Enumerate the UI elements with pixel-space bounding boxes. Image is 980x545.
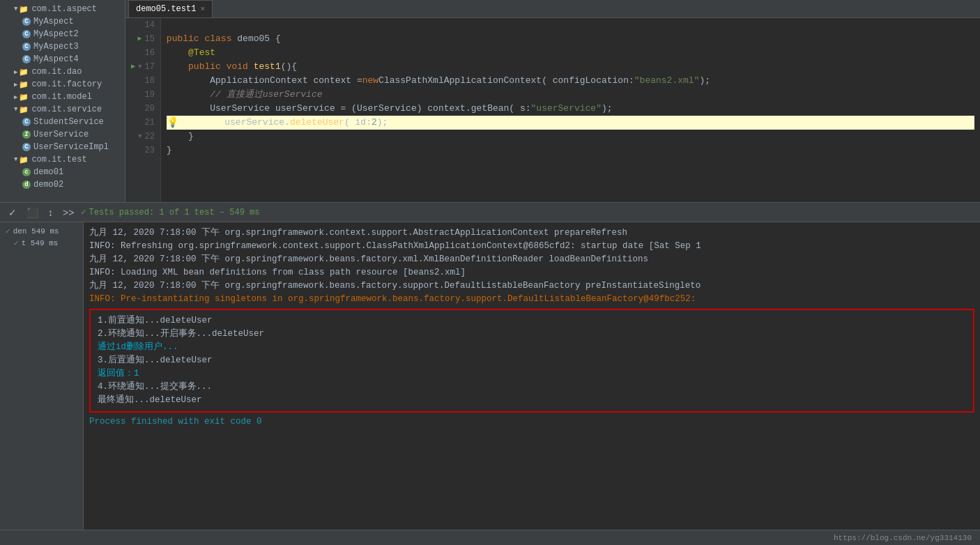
tab-bar: demo05.test1 ×: [125, 0, 980, 18]
code-line-16: @Test: [167, 46, 974, 60]
sidebar-label: demo01: [33, 167, 63, 177]
sidebar-label: MyAspect: [33, 17, 74, 26]
test-label: den 549 ms: [13, 227, 59, 236]
sidebar-label: com.it.aspect: [31, 4, 97, 14]
more-button[interactable]: >>: [60, 206, 77, 220]
process-finished-line: Process finished with exit code 0: [89, 415, 974, 429]
sidebar-item-studentservice[interactable]: C StudentService: [0, 116, 125, 128]
sidebar-label: com.it.dao: [31, 67, 82, 77]
pass-icon: ✓: [14, 238, 19, 247]
line-17: ▶▼17: [131, 60, 155, 74]
sidebar-label: com.it.test: [31, 155, 86, 164]
sidebar-item-service[interactable]: ▼ 📁 com.it.service: [0, 103, 125, 116]
highlight-text: 1.前置通知...deleteUser: [98, 316, 213, 325]
console-line-4: INFO: Loading XML bean definitions from …: [89, 266, 974, 279]
test-item-den[interactable]: ✓ den 549 ms: [3, 225, 80, 237]
tab-close-button[interactable]: ×: [200, 5, 205, 13]
code-line-20: UserService userService = (UserService) …: [167, 102, 974, 116]
line-numbers: 14 ▶15 16 ▶▼17 18 19 20 21 ▼22 23: [125, 18, 161, 202]
sidebar-item-myaspect3[interactable]: C MyAspect3: [0, 40, 125, 53]
folder-icon: 📁: [19, 68, 29, 77]
pass-icon: ✓: [6, 227, 10, 236]
method-name: test1: [254, 60, 281, 74]
bottom-content: ✓ den 549 ms ✓ t 549 ms 九月 12, 2020 7:18…: [0, 222, 980, 530]
highlight-line-4: 3.后置通知...deleteUser: [98, 354, 966, 367]
code-line-19: // 直接通过userService: [167, 88, 974, 102]
class-icon: C: [22, 43, 31, 51]
status-url: https://blog.csdn.ne/yg3314130: [834, 534, 972, 542]
sidebar-label: com.it.model: [31, 92, 91, 102]
code-line-15: public class demo05 {: [167, 32, 974, 46]
sidebar-item-myaspect[interactable]: C MyAspect: [0, 15, 125, 28]
sidebar-item-userservice[interactable]: I UserService: [0, 128, 125, 141]
code-line-21: 💡 userService.deleteUser( id: 2);: [167, 116, 974, 130]
code-line-18: ApplicationContext context = new ClassPa…: [167, 74, 974, 88]
main-container: ▼ 📁 com.it.aspect C MyAspect C MyAspect2…: [0, 0, 980, 545]
code-line-22: }: [167, 130, 974, 144]
line-15: ▶15: [131, 32, 155, 46]
status-bar: https://blog.csdn.ne/yg3314130: [0, 530, 980, 545]
folder-icon: 📁: [19, 105, 29, 114]
comment: // 直接通过userService: [210, 88, 322, 102]
test-item-t[interactable]: ✓ t 549 ms: [3, 237, 80, 249]
console-line-5: 九月 12, 2020 7:18:00 下午 org.springframewo…: [89, 279, 974, 293]
class-icon: c: [22, 168, 31, 176]
sidebar-label: MyAspect2: [33, 29, 79, 39]
class-icon: C: [22, 143, 31, 151]
sidebar-item-demo01[interactable]: c demo01: [0, 166, 125, 178]
sidebar-item-myaspect4[interactable]: C MyAspect4: [0, 53, 125, 66]
test-status: ✓ Tests passed: 1 of 1 test – 549 ms: [81, 207, 259, 217]
test-result-label: Tests passed: 1 of 1 test – 549 ms: [89, 208, 260, 217]
line-22: ▼22: [131, 130, 155, 144]
stop-button[interactable]: ⬛: [24, 206, 41, 220]
highlight-line-7: 最终通知...deleteUser: [98, 394, 966, 407]
sidebar-item-dao[interactable]: ▶ 📁 com.it.dao: [0, 66, 125, 78]
line-23: 23: [131, 144, 155, 158]
highlight-text: 返回值：1: [98, 369, 139, 378]
expand-icon: ▼: [14, 6, 17, 13]
test-sidebar: ✓ den 549 ms ✓ t 549 ms: [0, 222, 84, 530]
expand-icon: ▶: [14, 81, 17, 89]
highlight-text: 3.后置通知...deleteUser: [98, 355, 213, 365]
sidebar: ▼ 📁 com.it.aspect C MyAspect C MyAspect2…: [0, 0, 125, 202]
line-20: 20: [131, 102, 155, 116]
class-icon: C: [22, 17, 31, 26]
sidebar-label: MyAspect3: [33, 42, 79, 52]
class-icon: d: [22, 181, 31, 189]
sidebar-item-factory[interactable]: ▶ 📁 com.it.factory: [0, 78, 125, 91]
sidebar-item-myaspect2[interactable]: C MyAspect2: [0, 28, 125, 40]
sort-button[interactable]: ↕: [45, 206, 56, 220]
folder-icon: 📁: [19, 5, 29, 14]
class-icon: C: [22, 30, 31, 38]
annotation: @Test: [188, 46, 215, 60]
highlight-line-1: 1.前置通知...deleteUser: [98, 314, 966, 328]
sidebar-item-userserviceimpl[interactable]: C UserServiceImpl: [0, 141, 125, 153]
code-area: 14 ▶15 16 ▶▼17 18 19 20 21 ▼22 23 p: [125, 18, 980, 202]
highlight-box: 1.前置通知...deleteUser 2.环绕通知...开启事务...dele…: [89, 309, 974, 413]
bulb-icon: 💡: [167, 116, 178, 130]
code-editor: demo05.test1 × 14 ▶15 16 ▶▼17 18 19 20 2…: [125, 0, 980, 202]
code-content[interactable]: public class demo05 { @Test public void …: [161, 18, 980, 202]
bottom-toolbar: ✓ ⬛ ↕ >> ✓ Tests passed: 1 of 1 test – 5…: [0, 203, 980, 222]
line-16: 16: [131, 46, 155, 60]
console-output[interactable]: 九月 12, 2020 7:18:00 下午 org.springframewo…: [84, 222, 980, 530]
console-line-3: 九月 12, 2020 7:18:00 下午 org.springframewo…: [89, 253, 974, 266]
expand-icon: ▶: [14, 93, 17, 101]
folder-icon: 📁: [19, 80, 29, 89]
expand-icon: ▶: [14, 68, 17, 76]
tab-demo05[interactable]: demo05.test1 ×: [128, 0, 213, 17]
code-line-23: }: [167, 144, 974, 158]
sidebar-item-model[interactable]: ▶ 📁 com.it.model: [0, 91, 125, 103]
check-icon: ✓: [81, 207, 86, 217]
sidebar-item-demo02[interactable]: d demo02: [0, 178, 125, 191]
highlight-line-5: 返回值：1: [98, 367, 966, 381]
highlight-text: 最终通知...deleteUser: [98, 395, 202, 405]
interface-icon: I: [22, 130, 31, 139]
highlight-line-2: 2.环绕通知...开启事务...deleteUser: [98, 328, 966, 341]
sidebar-label: com.it.service: [31, 105, 102, 114]
sidebar-item-test[interactable]: ▼ 📁 com.it.test: [0, 153, 125, 166]
class-name: demo05: [237, 32, 270, 46]
sidebar-item-aspect[interactable]: ▼ 📁 com.it.aspect: [0, 3, 125, 15]
highlight-line-3: 通过id删除用户...: [98, 341, 966, 354]
check-button[interactable]: ✓: [6, 206, 20, 220]
